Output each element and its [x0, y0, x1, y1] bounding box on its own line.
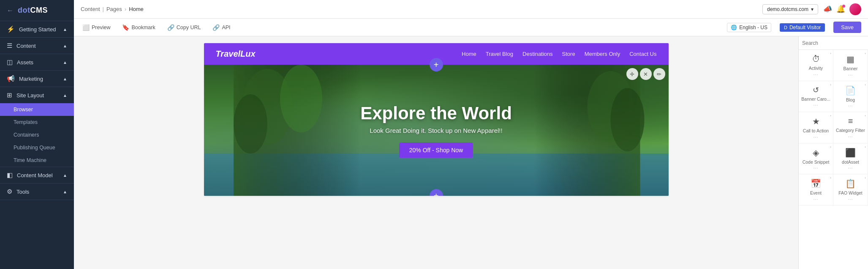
breadcrumb-pages[interactable]: Pages: [106, 6, 122, 12]
widget-blog[interactable]: › 📄 Blog ···: [833, 81, 868, 113]
user-avatar[interactable]: [849, 3, 861, 15]
sidebar-item-assets[interactable]: ◫ Assets ▲: [0, 54, 74, 70]
widget-activity[interactable]: › ⏱ Activity ···: [799, 50, 833, 81]
blog-widget-icon: 📄: [845, 85, 856, 96]
sidebar-item-browser[interactable]: Browser: [0, 103, 74, 116]
breadcrumb-content[interactable]: Content: [81, 6, 100, 12]
copy-url-icon: 🔗: [167, 24, 174, 31]
topbar: Content | Pages › Home demo.dotcms.com ▾…: [74, 0, 868, 19]
domain-text: demo.dotcms.com: [767, 6, 808, 12]
widget-expand-icon-4: ›: [865, 83, 866, 87]
widget-expand-icon-10: ›: [865, 176, 866, 180]
search-area: 🔍: [799, 36, 868, 50]
bookmark-button[interactable]: 🔖 Bookmark: [120, 22, 157, 33]
hero-subtitle: Look Great Doing it. Stock up on New App…: [360, 127, 512, 134]
api-button[interactable]: 🔗 API: [211, 22, 232, 33]
default-visitor-label: Default Visitor: [789, 25, 821, 30]
assets-icon: ◫: [7, 58, 13, 66]
widget-expand-icon-3: ›: [830, 83, 831, 87]
category-filter-widget-icon: ≡: [848, 116, 853, 126]
widget-dot-asset[interactable]: › ⬛ dotAsset ···: [833, 143, 868, 175]
getting-started-icon: ⚡: [7, 25, 15, 33]
tools-icon: ⚙: [7, 188, 12, 195]
svg-point-2: [280, 65, 322, 132]
hero-section: ✛ ✕ ✏ Explore the World Look Great Doing…: [204, 65, 669, 196]
sidebar-item-publishing-queue[interactable]: Publishing Queue: [0, 141, 74, 154]
svg-point-6: [610, 88, 644, 151]
widget-event[interactable]: › 📅 Event ···: [799, 174, 833, 206]
language-flag-icon: 🌐: [731, 25, 737, 30]
breadcrumb-home[interactable]: Home: [129, 6, 144, 12]
sidebar-item-content-model[interactable]: ◧ Content Model ▲: [0, 167, 74, 183]
widget-dot-asset-label: dotAsset: [842, 159, 859, 165]
notifications-megaphone-icon[interactable]: 📣: [823, 5, 832, 14]
site-layout-sub: Browser Templates Containers Publishing …: [0, 103, 74, 167]
language-label: English - US: [739, 25, 767, 30]
nav-link-store[interactable]: Store: [562, 51, 575, 57]
widget-expand-icon-9: ›: [830, 176, 831, 180]
sidebar-section-assets: ◫ Assets ▲: [0, 54, 74, 71]
widget-expand-icon-6: ›: [865, 114, 866, 118]
sidebar-section-getting-started: ⚡ Getting Started ▲: [0, 21, 74, 38]
widget-code-snippet-label: Code Snippet: [803, 159, 830, 165]
content-model-icon: ◧: [7, 171, 13, 179]
widget-category-filter-label: Category Filter: [836, 128, 865, 133]
widget-code-snippet[interactable]: › ◈ Code Snippet ···: [799, 143, 833, 175]
sidebar: ← dotCMS ⚡ Getting Started ▲ ☰ Content ▲…: [0, 0, 74, 269]
nav-links: Home Travel Blog Destinations Store Memb…: [462, 51, 656, 57]
sidebar-item-getting-started[interactable]: ⚡ Getting Started ▲: [0, 21, 74, 37]
preview-icon: ⬜: [82, 24, 90, 31]
fao-widget-icon: 📋: [845, 178, 856, 189]
sidebar-item-site-layout[interactable]: ⊞ Site Layout ▲: [0, 87, 74, 103]
widget-expand-icon: ›: [830, 52, 831, 55]
sidebar-section-marketing: 📢 Marketing ▲: [0, 71, 74, 87]
sidebar-item-content[interactable]: ☰ Content ▲: [0, 38, 74, 54]
copy-url-button[interactable]: 🔗 Copy URL: [166, 22, 203, 33]
widget-blog-label: Blog: [846, 97, 855, 103]
notifications-bell-icon[interactable]: 🔔: [836, 5, 845, 14]
sidebar-section-tools: ⚙ Tools ▲: [0, 184, 74, 200]
page-canvas: TravelLux Home Travel Blog Destinations …: [204, 43, 669, 196]
widget-expand-icon-5: ›: [830, 114, 831, 118]
widget-expand-icon-8: ›: [865, 145, 866, 149]
hero-edit-button[interactable]: ✏: [653, 68, 665, 80]
toolbar: ⬜ Preview 🔖 Bookmark 🔗 Copy URL 🔗 API 🌐 …: [74, 19, 868, 36]
canvas-area: TravelLux Home Travel Blog Destinations …: [74, 36, 868, 269]
hero-close-button[interactable]: ✕: [640, 68, 652, 80]
api-icon: 🔗: [212, 24, 220, 31]
sidebar-item-tools[interactable]: ⚙ Tools ▲: [0, 184, 74, 200]
breadcrumb: Content | Pages › Home: [81, 6, 144, 12]
default-visitor-selector[interactable]: D Default Visitor: [780, 23, 825, 32]
widget-banner-label: Banner: [844, 66, 858, 71]
widget-fao[interactable]: › 📋 FAO Widget ···: [833, 174, 868, 206]
domain-selector[interactable]: demo.dotcms.com ▾: [762, 4, 818, 14]
event-widget-icon: 📅: [811, 178, 821, 189]
widget-banner-carousel[interactable]: › ↺ Banner Caro... ···: [799, 81, 833, 113]
nav-link-travel-blog[interactable]: Travel Blog: [486, 51, 513, 57]
back-button[interactable]: ←: [7, 7, 14, 14]
widget-call-to-action[interactable]: › ★ Call to Action ···: [799, 112, 833, 143]
nav-link-members[interactable]: Members Only: [585, 51, 620, 57]
nav-link-home[interactable]: Home: [462, 51, 476, 57]
hero-trees-right: [506, 65, 669, 196]
preview-button[interactable]: ⬜ Preview: [81, 22, 112, 33]
hero-move-button[interactable]: ✛: [626, 68, 638, 80]
nav-link-destinations[interactable]: Destinations: [522, 51, 553, 57]
sidebar-item-containers[interactable]: Containers: [0, 129, 74, 141]
search-input[interactable]: [802, 40, 865, 46]
save-button[interactable]: Save: [833, 22, 861, 33]
sidebar-item-marketing[interactable]: 📢 Marketing ▲: [0, 71, 74, 87]
sidebar-item-time-machine[interactable]: Time Machine: [0, 154, 74, 167]
banner-widget-icon: ▦: [846, 54, 854, 64]
widget-category-filter[interactable]: › ≡ Category Filter ···: [833, 112, 868, 143]
travellux-logo: TravelLux: [216, 49, 256, 59]
hero-cta-button[interactable]: 20% Off - Shop Now: [399, 143, 473, 158]
nav-link-contact[interactable]: Contact Us: [629, 51, 656, 57]
site-layout-icon: ⊞: [7, 91, 12, 99]
language-selector[interactable]: 🌐 English - US: [727, 23, 771, 32]
add-row-top-button[interactable]: +: [430, 58, 443, 71]
widget-banner[interactable]: › ▦ Banner ···: [833, 50, 868, 81]
sidebar-item-templates[interactable]: Templates: [0, 116, 74, 129]
activity-widget-icon: ⏱: [812, 54, 820, 64]
hero-section-wrapper: +: [204, 65, 669, 196]
